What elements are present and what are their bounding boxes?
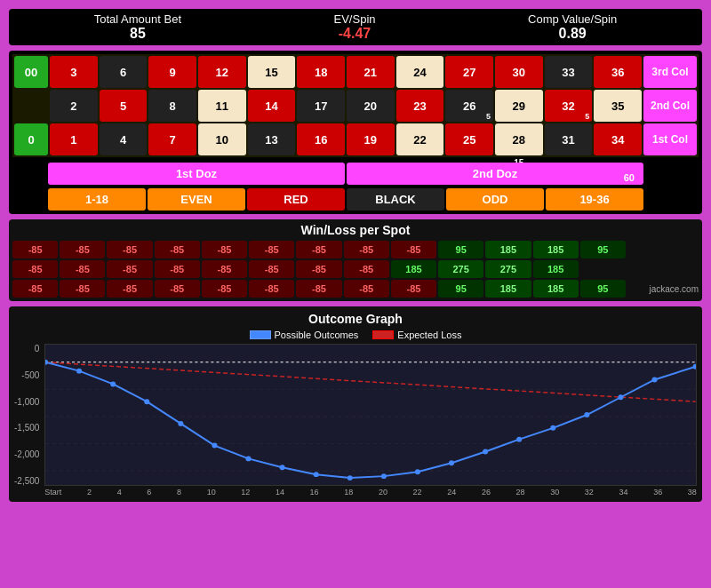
wl-r3-c4: -85 (155, 280, 200, 298)
total-bet-label: Total Amount Bet (94, 12, 181, 26)
ev-block: EV/Spin -4.47 (334, 12, 376, 42)
svg-point-14 (280, 465, 285, 470)
x-10: 10 (207, 488, 216, 497)
cell-9[interactable]: 9 (148, 56, 196, 88)
cell-21[interactable]: 21 (347, 56, 395, 88)
board-grid: 00 3 6 9 12 15 18 21 24 27 30 33 36 3rd … (12, 54, 699, 157)
y-1500: -1,500 (14, 423, 39, 433)
cell-31[interactable]: 31 (545, 123, 593, 155)
cell-10[interactable]: 10 (198, 123, 246, 155)
wl-r3-c13: 95 (580, 280, 626, 298)
cell-26[interactable]: 265 (445, 90, 493, 122)
wl-r1-c7: -85 (296, 241, 341, 258)
cell-empty-middle (14, 90, 48, 122)
wl-row1: -85 -85 -85 -85 -85 -85 -85 -85 -85 95 1… (12, 241, 699, 258)
cell-27[interactable]: 27 (445, 56, 493, 88)
cell-8[interactable]: 8 (148, 90, 196, 122)
cell-33[interactable]: 33 (545, 56, 593, 88)
cell-14[interactable]: 14 (248, 90, 296, 122)
cell-25[interactable]: 25 (445, 123, 493, 155)
cell-17[interactable]: 17 (297, 90, 345, 122)
wl-r2-c2: -85 (60, 260, 105, 278)
cell-1[interactable]: 1 (50, 123, 98, 155)
site-label: jackace.com (649, 284, 699, 294)
cell-15[interactable]: 15 (248, 56, 296, 88)
cell-0[interactable]: 0 (14, 123, 48, 155)
bet-black[interactable]: BLACK (347, 188, 444, 211)
cell-16[interactable]: 16 (297, 123, 345, 155)
wl-r3-c11: 185 (485, 280, 531, 298)
wl-r3-c8: -85 (344, 280, 389, 298)
comp-label: Comp Value/Spin (528, 12, 617, 26)
wl-r3-c2: -85 (60, 280, 105, 298)
legend-possible-label: Possible Outcomes (275, 330, 359, 340)
legend-expected-label: Expected Loss (397, 330, 461, 340)
cell-11[interactable]: 11 (198, 90, 246, 122)
cell-30[interactable]: 30 (495, 56, 543, 88)
cell-2nd-col[interactable]: 2nd Col (643, 90, 697, 122)
wl-r2-c13 (580, 260, 626, 278)
wl-r1-c2: -85 (60, 241, 105, 258)
wl-r2-c7: -85 (296, 260, 341, 278)
total-bet-value: 85 (94, 26, 181, 42)
wl-r2-c8: -85 (344, 260, 389, 278)
roulette-board: 00 3 6 9 12 15 18 21 24 27 30 33 36 3rd … (9, 51, 702, 214)
x-18: 18 (344, 488, 353, 497)
dozen-row: 1st Doz 2nd Doz 60 (12, 163, 699, 185)
third-dozen-badge: 60 (624, 172, 635, 183)
ev-label: EV/Spin (334, 12, 376, 26)
cell-2[interactable]: 2 (50, 90, 98, 122)
outside-bets-row: 1-18 EVEN RED BLACK ODD 19-36 (12, 188, 699, 211)
x-32: 32 (585, 488, 594, 497)
legend-expected-icon (372, 330, 394, 339)
y-1000: -1,000 (14, 397, 39, 407)
x-22: 22 (413, 488, 422, 497)
cell-5[interactable]: 5 (100, 90, 148, 122)
cell-20[interactable]: 20 (347, 90, 395, 122)
first-dozen[interactable]: 1st Doz (48, 163, 345, 185)
svg-point-15 (314, 472, 319, 477)
wl-r3-c9: -85 (391, 280, 436, 298)
cell-12[interactable]: 12 (198, 56, 246, 88)
cell-23[interactable]: 23 (396, 90, 444, 122)
bet-19-36[interactable]: 19-36 (546, 188, 643, 211)
wl-r2-c10: 275 (438, 260, 483, 278)
x-36: 36 (653, 488, 662, 497)
cell-1st-col[interactable]: 1st Col (643, 123, 697, 155)
cell-6[interactable]: 6 (100, 56, 148, 88)
cell-19[interactable]: 19 (347, 123, 395, 155)
y-2000: -2,000 (14, 449, 39, 459)
cell-13[interactable]: 13 (248, 123, 296, 155)
cell-34[interactable]: 34 (594, 123, 642, 155)
cell-00[interactable]: 00 (14, 56, 48, 88)
cell-24[interactable]: 24 (396, 56, 444, 88)
cell-3rd-col[interactable]: 3rd Col (643, 56, 697, 88)
cell-36[interactable]: 36 (594, 56, 642, 88)
wl-r2-c4: -85 (155, 260, 200, 278)
wl-r2-c11: 275 (485, 260, 531, 278)
cell-32[interactable]: 325 (545, 90, 593, 122)
x-38: 38 (688, 488, 697, 497)
cell-29[interactable]: 29 (495, 90, 543, 122)
bet-odd[interactable]: ODD (446, 188, 544, 211)
second-dozen[interactable]: 2nd Doz 60 (347, 163, 643, 185)
cell-28[interactable]: 2815 (495, 123, 543, 155)
cell-18[interactable]: 18 (297, 56, 345, 88)
bet-1-18[interactable]: 1-18 (48, 188, 146, 211)
bet-even[interactable]: EVEN (148, 188, 245, 211)
svg-point-10 (145, 399, 150, 404)
wl-r1-c10: 95 (438, 241, 483, 258)
cell-7[interactable]: 7 (148, 123, 196, 155)
cell-35[interactable]: 35 (594, 90, 642, 122)
bet-red[interactable]: RED (247, 188, 345, 211)
x-12: 12 (241, 488, 250, 497)
wl-r1-c6: -85 (249, 241, 294, 258)
site-label-cell: jackace.com (627, 280, 699, 298)
x-2: 2 (87, 488, 92, 497)
cell-4[interactable]: 4 (100, 123, 148, 155)
cell-3[interactable]: 3 (50, 56, 98, 88)
cell-22[interactable]: 22 (396, 123, 444, 155)
wl-r1-c8: -85 (344, 241, 389, 258)
wl-r1-c5: -85 (202, 241, 247, 258)
dozen-empty-left (12, 163, 46, 185)
